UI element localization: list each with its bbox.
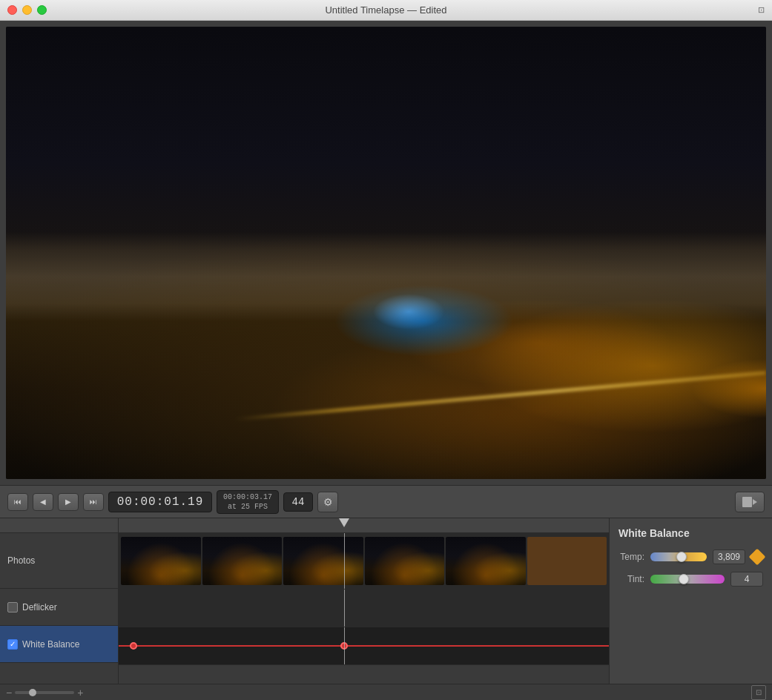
video-canvas [6, 27, 766, 479]
track-labels: Photos Deflicker White Balance [0, 518, 119, 684]
tint-slider-thumb[interactable] [679, 574, 689, 584]
wb-track-content[interactable] [119, 627, 609, 664]
fullscreen-button[interactable]: ⊡ [751, 685, 766, 700]
title-separator: — [407, 4, 420, 16]
temp-keyframe-diamond[interactable] [749, 549, 766, 566]
skip-to-end-button[interactable]: ⏭ [83, 493, 104, 511]
deflicker-track [119, 590, 609, 627]
playhead-indicator[interactable] [344, 518, 349, 532]
maximize-button[interactable] [37, 5, 47, 15]
thumb-img-4 [365, 537, 445, 585]
svg-marker-1 [753, 499, 757, 505]
step-back-button[interactable]: ◀ [33, 493, 53, 511]
temp-slider-thumb[interactable] [676, 552, 687, 562]
zoom-slider-thumb[interactable] [29, 689, 36, 696]
zoom-bar: − + ⊡ [0, 684, 772, 700]
preview-icon [742, 497, 757, 507]
timecode-display: 00:00:01.19 [108, 492, 212, 512]
wb-panel-title: White Balance [618, 527, 763, 539]
deflicker-label-text: Deflicker [22, 602, 57, 612]
timeline-tracks [119, 518, 609, 684]
temp-row: Temp: 3,809 [618, 549, 763, 564]
total-time-value: 00:00:03.17 [223, 492, 272, 502]
photo-thumb-2 [202, 537, 283, 585]
tint-value: 4 [730, 572, 763, 587]
bottom-panel: ⏮ ◀ ▶ ⏭ 00:00:01.19 00:00:03.17 at 25 FP… [0, 485, 772, 700]
frame-count-display: 44 [283, 492, 313, 512]
tint-label: Tint: [618, 574, 644, 584]
photos-track-label: Photos [0, 533, 118, 589]
svg-rect-0 [742, 497, 752, 507]
photos-thumbnails[interactable] [119, 533, 609, 589]
title-edited: Edited [420, 4, 447, 16]
skip-to-start-button[interactable]: ⏮ [7, 493, 28, 511]
wb-label-text: White Balance [22, 639, 79, 650]
wb-keyframe-line [119, 645, 609, 647]
main-content: ⏮ ◀ ▶ ⏭ 00:00:01.19 00:00:03.17 at 25 FP… [0, 21, 772, 700]
wb-track-label: White Balance [0, 626, 118, 663]
zoom-in-icon[interactable]: + [77, 687, 83, 699]
thumb-img-2 [202, 537, 283, 585]
deflicker-checkbox[interactable] [7, 602, 18, 612]
preview-button[interactable] [735, 492, 765, 512]
deflicker-track-content [119, 590, 609, 627]
expand-button[interactable]: ⊡ [758, 5, 765, 15]
window-title: Untitled Timelapse — Edited [325, 4, 446, 16]
white-balance-panel: White Balance Temp: 3,809 Tint: [609, 518, 772, 684]
temp-value: 3,809 [713, 549, 745, 564]
zoom-slider[interactable] [15, 691, 74, 694]
photo-thumb-1 [121, 537, 201, 585]
frame-count-value: 44 [292, 496, 305, 508]
thumb-img-3 [283, 537, 363, 585]
play-button[interactable]: ▶ [58, 493, 79, 511]
temp-label: Temp: [618, 552, 644, 562]
timeline-area: Photos Deflicker White Balance [0, 518, 772, 684]
settings-button[interactable]: ⚙ [317, 492, 338, 512]
wb-keyframe-start[interactable] [130, 642, 137, 650]
total-timecode-display: 00:00:03.17 at 25 FPS [217, 490, 279, 514]
wb-checkbox[interactable] [7, 639, 18, 650]
photo-thumb-6 [527, 537, 607, 585]
transport-bar: ⏮ ◀ ▶ ⏭ 00:00:01.19 00:00:03.17 at 25 FP… [0, 486, 772, 518]
window-controls [7, 5, 47, 15]
deflicker-track-label: Deflicker [0, 589, 118, 626]
photo-thumb-3 [283, 537, 363, 585]
tint-row: Tint: 4 [618, 572, 763, 587]
photos-track [119, 533, 609, 590]
tint-slider[interactable] [650, 575, 725, 584]
city-lights [6, 240, 766, 389]
timeline-ruler[interactable] [119, 518, 609, 533]
close-button[interactable] [7, 5, 17, 15]
zoom-out-icon[interactable]: − [6, 687, 12, 699]
photo-thumb-5 [446, 537, 526, 585]
temp-slider[interactable] [650, 552, 707, 561]
thumb-img-1 [121, 537, 201, 585]
wb-keyframe-middle[interactable] [340, 642, 348, 650]
minimize-button[interactable] [22, 5, 32, 15]
wb-track [119, 627, 609, 665]
timecode-value: 00:00:01.19 [117, 495, 204, 509]
playhead-head [339, 518, 349, 527]
title-text: Untitled Timelapse [325, 4, 404, 16]
ruler-label-space [0, 518, 118, 533]
video-preview [6, 27, 766, 479]
titlebar: Untitled Timelapse — Edited ⊡ [0, 0, 772, 21]
thumb-img-5 [446, 537, 526, 585]
photo-thumb-4 [365, 537, 445, 585]
photos-label-text: Photos [7, 555, 35, 566]
fps-value: at 25 FPS [228, 502, 268, 512]
